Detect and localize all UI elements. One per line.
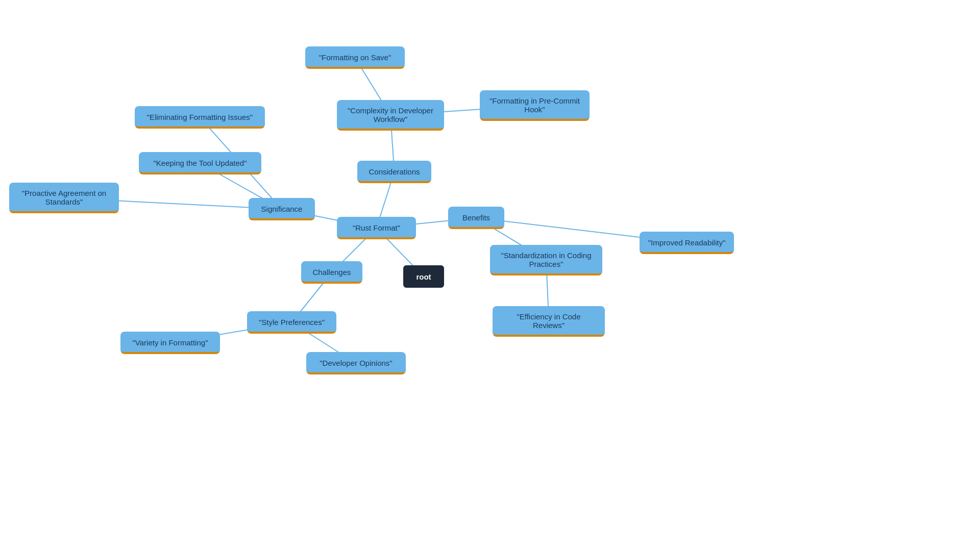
node-root[interactable]: root: [403, 265, 444, 288]
node-complexity[interactable]: "Complexity in Developer Workflow": [337, 100, 444, 131]
node-standardization[interactable]: "Standardization in Coding Practices": [490, 245, 602, 276]
node-variety_formatting[interactable]: "Variety in Formatting": [120, 332, 220, 354]
node-benefits[interactable]: Benefits: [448, 207, 504, 229]
node-rust_format[interactable]: "Rust Format": [337, 217, 416, 239]
node-formatting_save[interactable]: "Formatting on Save": [305, 46, 405, 69]
node-eliminating[interactable]: "Eliminating Formatting Issues": [135, 106, 265, 129]
node-formatting_precommit[interactable]: "Formatting in Pre-Commit Hook": [480, 90, 590, 121]
node-proactive[interactable]: "Proactive Agreement on Standards": [9, 183, 119, 213]
node-keeping_updated[interactable]: "Keeping the Tool Updated": [139, 152, 261, 174]
mind-map-container: root"Rust Format"ConsiderationsBenefitsC…: [0, 0, 980, 551]
node-considerations[interactable]: Considerations: [357, 161, 431, 183]
node-style_preferences[interactable]: "Style Preferences": [247, 311, 336, 334]
node-improved_readability[interactable]: "Improved Readability": [640, 232, 734, 254]
node-developer_opinions[interactable]: "Developer Opinions": [306, 352, 406, 374]
node-efficiency[interactable]: "Efficiency in Code Reviews": [493, 306, 605, 337]
node-significance[interactable]: Significance: [249, 198, 315, 220]
node-challenges[interactable]: Challenges: [301, 261, 362, 284]
connections-svg: [0, 0, 980, 551]
